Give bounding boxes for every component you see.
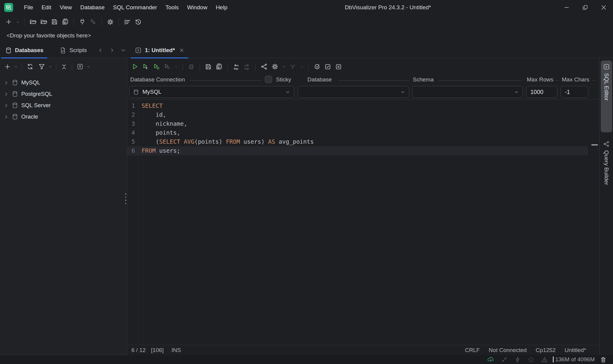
cloud-download-button[interactable] [484,355,497,364]
tab-back-chevron-icon[interactable] [96,46,105,55]
menu-file[interactable]: File [20,2,37,13]
connect-plug-button[interactable] [77,17,87,27]
sql-history-forward-button[interactable]: SQL [242,62,252,72]
insert-mode[interactable]: INS [172,347,181,354]
garbage-collect-trash-button[interactable] [597,355,609,364]
settings-dropdown-chevron-icon[interactable] [280,62,287,72]
max-chars-input[interactable] [561,86,588,98]
favorites-bar[interactable]: <Drop your favorite objects here> [0,29,613,43]
max-rows-input[interactable] [526,86,557,98]
scrollbar-line-marker[interactable] [591,144,598,145]
tree-item-oracle[interactable]: Oracle [4,111,124,122]
expand-chevron-icon[interactable] [4,114,9,119]
open-recent-folder-button[interactable] [39,17,49,27]
code-line[interactable]: 4 points, [127,128,588,137]
sidebar-tab-label: Query Builder [603,150,610,185]
menu-database[interactable]: Database [76,2,109,13]
expand-chevron-icon[interactable] [4,103,9,108]
editor-save-button[interactable] [203,62,213,72]
merge-button[interactable] [288,62,298,72]
tree-item-sql-server[interactable]: SQL Server [4,100,124,111]
execute-script-button[interactable] [151,62,161,72]
commit-button[interactable] [312,62,322,72]
connection-select[interactable]: MySQL [129,86,294,98]
editor-settings-gear-button[interactable] [270,62,280,72]
collapse-all-button[interactable] [59,62,69,72]
sidebar-tab-sql-editor[interactable]: SQL Editor [601,60,612,132]
code-line[interactable]: 5 (SELECT AVG(points) FROM users) AS avg… [127,137,588,146]
panel-splitter[interactable] [124,58,127,355]
separator [308,63,309,71]
sql-history-back-button[interactable]: SQL [231,62,241,72]
tab-editor-untitled[interactable]: 1: Untitled* [131,43,188,58]
filter-dropdown-chevron-icon[interactable] [47,62,53,72]
new-plus-button[interactable] [4,17,14,27]
connection-fields-row: MySQL [127,85,599,99]
tab-databases[interactable]: Databases [1,43,47,58]
add-connection-button[interactable] [2,62,13,72]
execute-explain-button[interactable] [162,62,172,72]
minimize-button[interactable] [557,0,576,15]
warning-button[interactable] [538,355,551,364]
sticky-checkbox[interactable] [265,76,272,83]
execute-current-button[interactable] [140,62,151,72]
save-all-button[interactable] [60,17,70,27]
tab-scripts[interactable]: Scripts [56,43,91,58]
history-clock-button[interactable] [133,17,143,27]
open-folder-button[interactable] [28,17,38,27]
merge-dropdown-chevron-icon[interactable] [298,62,305,72]
tree-item-mysql[interactable]: MySQL [4,77,124,88]
sidebar-tab-query-builder[interactable]: Query Builder [601,138,612,228]
disconnect-plug-button[interactable] [88,17,98,27]
menu-window[interactable]: Window [183,2,212,13]
shrink-button[interactable] [498,355,510,364]
save-button[interactable] [49,17,60,27]
schema-select[interactable] [412,86,523,98]
execute-button[interactable] [130,62,140,72]
expand-chevron-icon[interactable] [4,92,9,97]
menu-sql-commander[interactable]: SQL Commander [109,2,161,13]
code-line[interactable]: 2 id, [127,110,588,119]
tab-list-chevron-icon[interactable] [119,46,128,55]
menu-tools[interactable]: Tools [161,2,183,13]
code-text: SELECT [135,101,163,110]
query-builder-button[interactable] [259,62,269,72]
lightning-button[interactable] [511,355,524,364]
execute-dropdown-chevron-icon[interactable] [173,62,179,72]
refresh-button[interactable] [25,62,35,72]
code-line[interactable]: 1SELECT [127,101,588,110]
tab-databases-label: Databases [15,47,43,54]
tree-item-postgresql[interactable]: PostgreSQL [4,88,124,100]
spinner-icon [525,355,537,364]
code-line[interactable]: 3 nickname, [127,119,588,128]
menu-edit[interactable]: Edit [37,2,56,13]
code-line[interactable]: 6FROM users; [127,146,588,155]
tab-forward-chevron-icon[interactable] [108,46,116,55]
export-dropdown-chevron-icon[interactable] [85,62,92,72]
filter-funnel-button[interactable] [37,62,47,72]
line-ending[interactable]: CRLF [465,347,480,354]
menu-view[interactable]: View [55,2,76,13]
expand-chevron-icon[interactable] [4,80,9,85]
add-dropdown-chevron-icon[interactable] [13,62,19,72]
rollback-button[interactable] [333,62,344,72]
restore-button[interactable] [576,0,594,15]
title-bar: File Edit View Database SQL Commander To… [0,0,613,15]
auto-commit-checkbox-button[interactable] [323,62,333,72]
query-builder-icon [603,140,610,148]
memory-gauge-marker [553,357,554,363]
memory-indicator[interactable]: 136M of 4096M [553,356,595,363]
sql-code-editor[interactable]: 1SELECT2 id,3 nickname,4 points,5 (SELEC… [127,99,599,345]
editor-save-all-button[interactable] [214,62,224,72]
settings-gear-button[interactable] [105,17,115,27]
close-button[interactable] [594,0,613,15]
menu-help[interactable]: Help [212,2,232,13]
tab-close-icon[interactable] [179,48,184,53]
database-select[interactable] [298,86,409,98]
new-dropdown-chevron-icon[interactable] [14,17,21,27]
export-button[interactable] [75,62,85,72]
bar-chart-button[interactable] [122,17,132,27]
stop-button[interactable] [186,62,196,72]
splitter-grip-icon[interactable] [125,193,126,204]
encoding[interactable]: Cp1252 [536,347,556,354]
